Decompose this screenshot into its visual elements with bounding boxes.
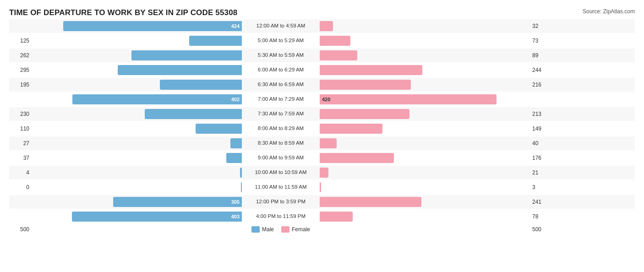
time-label: 8:30 AM to 8:59 AM	[242, 140, 320, 147]
female-bar	[320, 109, 409, 119]
bar-row: 4034:00 PM to 11:59 PM78	[9, 210, 635, 223]
female-bar: 420	[320, 94, 497, 104]
female-value: 78	[530, 213, 552, 220]
male-bar: 424	[63, 21, 242, 31]
male-value: 27	[9, 140, 31, 147]
male-bar	[118, 65, 242, 75]
female-value: 149	[530, 125, 552, 132]
legend-female-label: Female	[292, 226, 310, 233]
female-bar	[320, 168, 328, 178]
bar-row: 410:00 AM to 10:59 AM21	[9, 166, 635, 180]
female-bar-label: 420	[320, 97, 333, 102]
chart-title: TIME OF DEPARTURE TO WORK BY SEX IN ZIP …	[9, 8, 237, 17]
male-bar	[196, 124, 242, 134]
axis-left-val: 500	[9, 226, 31, 233]
male-value: 37	[9, 155, 31, 161]
female-value: 73	[530, 38, 552, 44]
female-value: 176	[530, 155, 552, 161]
bar-row: 1108:00 AM to 8:29 AM149	[9, 122, 635, 136]
female-bar	[320, 197, 421, 207]
chart-container: TIME OF DEPARTURE TO WORK BY SEX IN ZIP …	[0, 0, 644, 246]
male-bar-label: 424	[229, 23, 242, 29]
female-bar	[320, 21, 333, 31]
male-bar	[240, 168, 242, 178]
female-value: 89	[530, 52, 552, 59]
bar-row: 4027:00 AM to 7:29 AM420	[9, 92, 635, 106]
female-bar	[320, 50, 357, 60]
time-label: 5:00 AM to 5:29 AM	[242, 38, 320, 44]
chart-area: 42412:00 AM to 4:59 AM321255:00 AM to 5:…	[9, 19, 635, 223]
male-bar	[131, 50, 242, 60]
bar-row: 2956:00 AM to 6:29 AM244	[9, 63, 635, 77]
time-label: 9:00 AM to 9:59 AM	[242, 155, 320, 161]
male-bar-label: 402	[229, 97, 242, 102]
male-bar-label: 305	[229, 199, 242, 205]
bar-row: 1956:30 AM to 6:59 AM216	[9, 78, 635, 92]
time-label: 6:30 AM to 6:59 AM	[242, 82, 320, 88]
female-bar	[320, 65, 422, 75]
male-value: 4	[9, 169, 31, 176]
legend-female: Female	[281, 226, 310, 233]
female-bar	[320, 124, 382, 134]
male-bar: 402	[72, 94, 242, 104]
bar-row: 2625:30 AM to 5:59 AM89	[9, 49, 635, 62]
legend-male-label: Male	[262, 226, 274, 233]
male-bar	[189, 36, 242, 46]
female-bar	[320, 153, 394, 163]
bar-row: 379:00 AM to 9:59 AM176	[9, 151, 635, 165]
male-swatch	[251, 226, 260, 233]
female-bar	[320, 36, 350, 46]
female-value: 216	[530, 82, 552, 88]
male-value: 0	[9, 184, 31, 190]
male-value: 262	[9, 52, 31, 59]
female-value: 3	[530, 184, 552, 190]
time-label: 8:00 AM to 8:29 AM	[242, 125, 320, 132]
female-bar	[320, 80, 411, 90]
time-label: 12:00 PM to 3:59 PM	[242, 199, 320, 205]
male-bar	[230, 138, 242, 148]
male-value: 110	[9, 125, 31, 132]
male-bar: 305	[113, 197, 242, 207]
male-bar	[226, 153, 242, 163]
time-label: 11:00 AM to 11:59 AM	[242, 184, 320, 190]
female-value: 241	[530, 199, 552, 205]
female-bar	[320, 182, 321, 192]
bar-row: 2307:30 AM to 7:59 AM213	[9, 107, 635, 121]
female-value: 213	[530, 111, 552, 117]
time-label: 7:00 AM to 7:29 AM	[242, 96, 320, 103]
bar-row: 278:30 AM to 8:59 AM40	[9, 136, 635, 150]
time-label: 7:30 AM to 7:59 AM	[242, 111, 320, 117]
male-bar	[241, 182, 242, 192]
time-label: 5:30 AM to 5:59 AM	[242, 52, 320, 59]
male-value: 195	[9, 82, 31, 88]
time-label: 4:00 PM to 11:59 PM	[242, 213, 320, 220]
male-value: 230	[9, 111, 31, 117]
bar-row: 42412:00 AM to 4:59 AM32	[9, 19, 635, 33]
bar-row: 011:00 AM to 11:59 AM3	[9, 180, 635, 194]
female-value: 40	[530, 140, 552, 147]
male-bar: 403	[72, 212, 242, 222]
source-label: Source: ZipAtlas.com	[583, 8, 635, 15]
female-value: 244	[530, 67, 552, 73]
axis-right-val: 500	[530, 226, 552, 233]
bar-row: 30512:00 PM to 3:59 PM241	[9, 195, 635, 209]
female-value: 32	[530, 23, 552, 29]
female-swatch	[281, 226, 289, 233]
legend-male: Male	[251, 226, 274, 233]
axis-row: 500 Male Female 500	[9, 226, 635, 233]
female-value: 21	[530, 169, 552, 176]
male-bar-label: 403	[229, 214, 242, 219]
male-bar	[160, 80, 242, 90]
female-bar	[320, 212, 353, 222]
male-value: 295	[9, 67, 31, 73]
male-bar	[145, 109, 242, 119]
time-label: 12:00 AM to 4:59 AM	[242, 23, 320, 29]
male-value: 125	[9, 38, 31, 44]
bar-row: 1255:00 AM to 5:29 AM73	[9, 34, 635, 48]
legend-area: Male Female	[242, 226, 320, 233]
time-label: 10:00 AM to 10:59 AM	[242, 169, 320, 176]
time-label: 6:00 AM to 6:29 AM	[242, 67, 320, 73]
female-bar	[320, 138, 337, 148]
